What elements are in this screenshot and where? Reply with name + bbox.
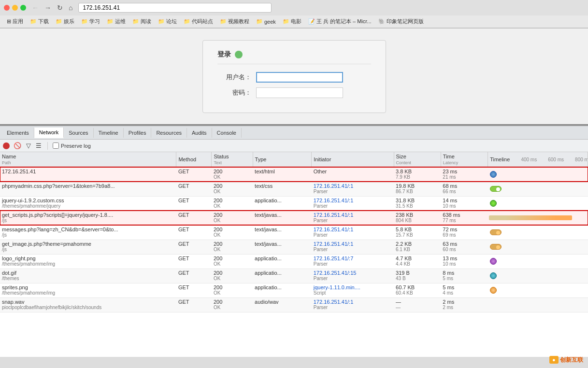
bookmark-notebook[interactable]: 📝 王 兵 的笔记本 – Micr... bbox=[305, 17, 374, 26]
cell-timeline bbox=[488, 297, 588, 312]
record-button[interactable] bbox=[3, 142, 10, 149]
bookmark-study[interactable]: 📁 学习 bbox=[78, 17, 103, 26]
cell-initiator: Other bbox=[312, 167, 394, 182]
table-row[interactable]: get_image.js.php?theme=pmahomme /jsGET20… bbox=[0, 240, 588, 254]
bookmark-download[interactable]: 📁 下载 bbox=[27, 17, 52, 26]
cell-initiator: 172.16.251.41/:1 Parser bbox=[312, 182, 394, 196]
filter-button[interactable]: ▽ bbox=[25, 141, 32, 150]
table-row[interactable]: logo_right.png /themes/pmahomme/imgGET20… bbox=[0, 254, 588, 269]
header-method[interactable]: Method bbox=[176, 152, 212, 167]
refresh-button[interactable]: ↻ bbox=[55, 3, 65, 13]
window-close-button[interactable] bbox=[4, 5, 10, 11]
cell-type: text/javas... bbox=[253, 240, 312, 254]
back-button[interactable]: ← bbox=[30, 3, 41, 13]
table-row[interactable]: sprites.png /themes/pmahomme/imgGET200OK… bbox=[0, 283, 588, 297]
tab-elements[interactable]: Elements bbox=[2, 128, 34, 138]
tab-timeline[interactable]: Timeline bbox=[94, 128, 124, 138]
cell-type: text/javas... bbox=[253, 211, 312, 225]
cell-initiator: 172.16.251.41/:1 Parser bbox=[312, 240, 394, 254]
cell-method: GET bbox=[176, 225, 212, 240]
network-table-wrapper[interactable]: NamePath Method StatusText Type Initiato… bbox=[0, 152, 588, 357]
table-row[interactable]: get_scripts.js.php?scripts[]=jquery/jque… bbox=[0, 211, 588, 225]
window-minimize-button[interactable] bbox=[12, 5, 18, 11]
cell-time: 14 ms10 ms bbox=[441, 196, 488, 211]
preserve-log-label[interactable]: Preserve log bbox=[53, 142, 91, 149]
header-time[interactable]: TimeLatency bbox=[441, 152, 488, 167]
bookmark-apps[interactable]: ⊞ 应用 bbox=[4, 17, 26, 26]
bookmark-video[interactable]: 📁 视频教程 bbox=[217, 17, 252, 26]
bookmark-evernote[interactable]: 🐘 印象笔记网页版 bbox=[375, 17, 427, 26]
view-toggle-button[interactable]: ☰ bbox=[35, 141, 43, 150]
movie-icon: 📁 bbox=[283, 18, 289, 25]
bookmark-geek[interactable]: 📁 geek bbox=[253, 17, 279, 26]
tab-network[interactable]: Network bbox=[34, 127, 64, 138]
bookmark-label: geek bbox=[264, 19, 276, 25]
cell-status: 200OK bbox=[212, 297, 253, 312]
tab-console[interactable]: Console bbox=[212, 128, 242, 138]
password-input[interactable] bbox=[256, 87, 343, 98]
cell-size: —— bbox=[394, 297, 441, 312]
table-row[interactable]: snap.wav pioclpoplcdbaefihamjohnefbikjil… bbox=[0, 297, 588, 312]
cell-method: GET bbox=[176, 283, 212, 297]
bookmark-movie[interactable]: 📁 电影 bbox=[280, 17, 304, 26]
cell-timeline bbox=[488, 240, 588, 254]
bookmark-entertainment[interactable]: 📁 娱乐 bbox=[53, 17, 77, 26]
window-controls bbox=[4, 5, 26, 11]
cell-method: GET bbox=[176, 254, 212, 269]
tab-audits[interactable]: Audits bbox=[187, 128, 212, 138]
table-row[interactable]: jquery-ui-1.9.2.custom.css /themes/pmaho… bbox=[0, 196, 588, 211]
forward-button[interactable]: → bbox=[43, 3, 53, 13]
header-initiator[interactable]: Initiator bbox=[312, 152, 394, 167]
cell-name-path: 172.16.251.41 bbox=[0, 167, 176, 182]
bookmark-read[interactable]: 📁 阅读 bbox=[129, 17, 154, 26]
nav-buttons: ← → ↻ ⌂ bbox=[30, 3, 74, 13]
cell-method: GET bbox=[176, 240, 212, 254]
window-maximize-button[interactable] bbox=[20, 5, 26, 11]
table-row[interactable]: 172.16.251.41 GET200OKtext/htmlOther3.8 … bbox=[0, 167, 588, 182]
bookmark-code[interactable]: 📁 代码站点 bbox=[181, 17, 216, 26]
table-header-row: NamePath Method StatusText Type Initiato… bbox=[0, 152, 588, 167]
header-type[interactable]: Type bbox=[253, 152, 312, 167]
page-content: 登录 用户名： 密码： bbox=[0, 28, 588, 125]
table-row[interactable]: phpmyadmin.css.php?server=1&token=7b9a8.… bbox=[0, 182, 588, 196]
home-button[interactable]: ⌂ bbox=[67, 3, 74, 13]
cell-status: 200OK bbox=[212, 211, 253, 225]
cell-name-path: logo_right.png /themes/pmahomme/img bbox=[0, 254, 176, 269]
cell-time: 638 ms77 ms bbox=[441, 211, 488, 225]
code-icon: 📁 bbox=[184, 18, 190, 25]
cell-initiator: 172.16.251.41/:1 Parser bbox=[312, 196, 394, 211]
address-bar[interactable]: 172.16.251.41 bbox=[78, 3, 272, 13]
ops-icon: 📁 bbox=[107, 18, 114, 25]
username-label: 用户名： bbox=[217, 73, 251, 82]
cell-size: 60.7 KB60.4 KB bbox=[394, 283, 441, 297]
branding-text: 创新互联 bbox=[560, 356, 583, 363]
table-row[interactable]: messages.php?lang=zh_CN&db=&server=0&to.… bbox=[0, 225, 588, 240]
cell-type: text/html bbox=[253, 167, 312, 182]
tab-profiles[interactable]: Profiles bbox=[124, 128, 152, 138]
username-input[interactable] bbox=[256, 72, 343, 83]
cell-name-path: get_image.js.php?theme=pmahomme /js bbox=[0, 240, 176, 254]
tab-resources[interactable]: Resources bbox=[151, 128, 187, 138]
header-status[interactable]: StatusText bbox=[212, 152, 253, 167]
bookmark-forum[interactable]: 📁 论坛 bbox=[155, 17, 180, 26]
cell-status: 200OK bbox=[212, 225, 253, 240]
tab-sources[interactable]: Sources bbox=[64, 128, 93, 138]
cell-method: GET bbox=[176, 211, 212, 225]
clear-button[interactable]: 🚫 bbox=[13, 141, 22, 150]
cell-size: 19.8 KB86.7 KB bbox=[394, 182, 441, 196]
header-timeline[interactable]: Timeline 400 ms 600 ms 800 ms bbox=[488, 152, 588, 167]
divider bbox=[47, 142, 48, 150]
bookmark-label: 运维 bbox=[115, 18, 126, 25]
header-name[interactable]: NamePath bbox=[0, 152, 176, 167]
bookmark-label: 代码站点 bbox=[192, 18, 213, 25]
table-row[interactable]: dot.gif /themesGET200OKapplicatio...172.… bbox=[0, 269, 588, 283]
cell-status: 200OK bbox=[212, 167, 253, 182]
bookmark-ops[interactable]: 📁 运维 bbox=[104, 17, 129, 26]
entertainment-icon: 📁 bbox=[56, 18, 62, 25]
video-icon: 📁 bbox=[220, 18, 227, 25]
bookmarks-bar: ⊞ 应用 📁 下载 📁 娱乐 📁 学习 📁 运维 📁 阅读 📁 论坛 📁 bbox=[0, 15, 588, 28]
bookmark-label: 娱乐 bbox=[64, 18, 74, 25]
header-size[interactable]: SizeContent bbox=[394, 152, 441, 167]
cell-size: 5.8 KB15.7 KB bbox=[394, 225, 441, 240]
preserve-log-checkbox[interactable] bbox=[53, 142, 59, 149]
